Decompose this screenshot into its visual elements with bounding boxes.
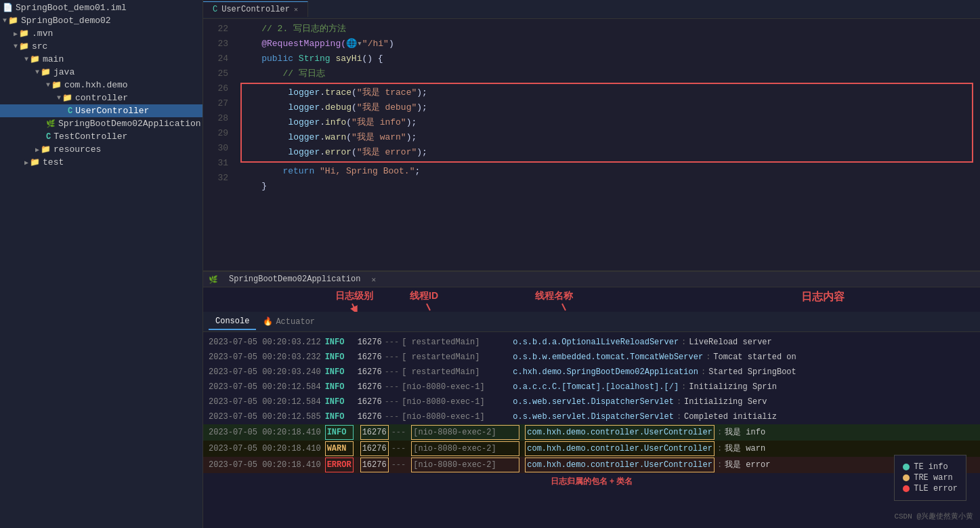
- svg-line-1: [427, 304, 430, 310]
- sidebar-item-springbootdemo02app[interactable]: 🌿 SpringBootDemo02Application: [0, 117, 203, 130]
- sidebar-item-main[interactable]: ▼ 📁 main: [0, 53, 203, 66]
- folder-icon: 📁: [30, 54, 40, 64]
- legend-row-info: TE info: [903, 462, 958, 472]
- sidebar-label: main: [43, 54, 64, 64]
- sidebar-label: test: [43, 157, 64, 167]
- annotation-thread-id: 线程ID: [410, 290, 438, 302]
- sidebar-item-test[interactable]: ▶ 📁 test: [0, 156, 203, 169]
- legend-row-error: TLE error: [903, 484, 958, 493]
- code-line-28: logger.info("我是 info");: [246, 115, 968, 130]
- warn-dot: [903, 474, 910, 481]
- sidebar-item-controller[interactable]: ▼ 📁 controller: [0, 92, 203, 104]
- annotation-log-content: 日志内容: [801, 290, 845, 304]
- console-tabs-row: Console 🔥 Actuator: [203, 312, 980, 332]
- sidebar-label: .mvn: [32, 28, 53, 39]
- code-line-22: // 2. 写日志的方法: [240, 22, 973, 37]
- code-text: // 2. 写日志的方法 @RequestMapping(🌐▾"/hi") pu…: [234, 19, 980, 270]
- sidebar-label: resources: [54, 144, 101, 155]
- chevron-right-icon: ▶: [35, 146, 39, 154]
- panel-title: SpringBootDemo02Application: [229, 275, 360, 284]
- folder-icon: 📁: [51, 80, 62, 90]
- log-line-highlight-info: 2023-07-05 00:20:18.410 INFO 16276 --- […: [203, 424, 980, 441]
- panel-header: 🌿 SpringBootDemo02Application ✕: [203, 272, 980, 287]
- chevron-down-icon: ▼: [35, 68, 39, 76]
- editor-tab-usercontroller[interactable]: C UserController ✕: [203, 1, 308, 17]
- code-line-24: public String sayHi() {: [240, 52, 973, 66]
- code-line-26: logger.trace("我是 trace");: [246, 85, 968, 100]
- error-dot: [903, 485, 910, 492]
- bottom-annotation: 日志归属的包名 + 类名: [203, 473, 980, 490]
- svg-line-0: [352, 304, 356, 310]
- highlighted-code-block: logger.trace("我是 trace"); logger.debug("…: [240, 83, 973, 163]
- log-line-highlight-warn: 2023-07-05 00:20:18.410 WARN 16276 --- […: [203, 441, 980, 457]
- sidebar-label: SpringBoot_demo02: [21, 16, 111, 26]
- chevron-down-icon: ▼: [46, 81, 50, 89]
- folder-icon: 📁: [19, 41, 29, 52]
- log-line-highlight-error: 2023-07-05 00:20:18.410 ERROR 16276 --- …: [203, 457, 980, 473]
- info-dot: [903, 464, 910, 470]
- console-content[interactable]: 2023-07-05 00:20:03.212 INFO 16276 --- […: [203, 332, 980, 528]
- arrows-svg: [203, 287, 980, 312]
- sidebar-item-iml[interactable]: 📄 SpringBoot_demo01.iml: [0, 1, 203, 14]
- sidebar-label: src: [32, 41, 47, 52]
- code-line-30: logger.error("我是 error");: [246, 145, 968, 160]
- sidebar-item-usercontroller[interactable]: C UserController: [0, 104, 203, 117]
- sidebar-item-src[interactable]: ▼ 📁 src: [0, 40, 203, 53]
- sidebar-item-testcontroller[interactable]: C TestController: [0, 130, 203, 143]
- sidebar-label: com.hxh.demo: [64, 80, 128, 90]
- sidebar-item-java[interactable]: ▼ 📁 java: [0, 66, 203, 79]
- sidebar-label: java: [54, 67, 74, 77]
- sidebar-label: TestController: [54, 131, 127, 142]
- main-area: 📄 SpringBoot_demo01.iml ▼ 📁 SpringBoot_d…: [0, 0, 980, 528]
- folder-icon: 📁: [41, 144, 51, 155]
- sidebar-item-resources[interactable]: ▶ 📁 resources: [0, 143, 203, 156]
- java-icon: C: [68, 106, 72, 116]
- code-line-29: logger.warn("我是 warn");: [246, 130, 968, 145]
- tab-console[interactable]: Console: [209, 314, 256, 330]
- log-line: 2023-07-05 00:20:12.584 INFO 16276 --- […: [203, 394, 980, 409]
- chevron-down-icon: ▼: [14, 43, 18, 50]
- sidebar-item-project[interactable]: ▼ 📁 SpringBoot_demo02: [0, 14, 203, 27]
- sidebar-label: SpringBoot_demo01.iml: [16, 3, 127, 13]
- tab-actuator[interactable]: 🔥 Actuator: [256, 314, 322, 329]
- annotation-log-level: 日志级别: [335, 290, 373, 302]
- log-line: 2023-07-05 00:20:03.240 INFO 16276 --- […: [203, 365, 980, 380]
- legend-label-info: TE info: [914, 462, 947, 472]
- log-line: 2023-07-05 00:20:12.585 INFO 16276 --- […: [203, 409, 980, 424]
- folder-icon: 📁: [19, 28, 29, 39]
- spring-icon: 🌿: [46, 119, 56, 128]
- chevron-right-icon: ▶: [14, 30, 18, 38]
- folder-icon: 📁: [62, 93, 72, 103]
- code-line-23: @RequestMapping(🌐▾"/hi"): [240, 37, 973, 52]
- sidebar-item-mvn[interactable]: ▶ 📁 .mvn: [0, 27, 203, 40]
- spring-leaf-icon: 🌿: [209, 275, 218, 284]
- annotation-row: 日志级别 线程ID 线程名称 日志内容: [203, 287, 980, 312]
- actuator-icon: 🔥: [263, 317, 273, 327]
- sidebar-label: controller: [75, 93, 128, 103]
- annotation-package-class: 日志归属的包名 + 类名: [551, 476, 633, 487]
- code-line-31: return "Hi, Spring Boot.";: [240, 164, 973, 179]
- folder-icon: 📁: [30, 157, 40, 167]
- close-icon[interactable]: ✕: [294, 5, 298, 14]
- code-line-27: logger.debug("我是 debug");: [246, 100, 968, 115]
- legend-box: TE info TRE warn TLE error: [894, 455, 966, 501]
- svg-line-2: [562, 304, 566, 310]
- editor-tab-bar: C UserController ✕: [203, 0, 980, 19]
- sidebar-label: SpringBootDemo02Application: [58, 119, 201, 129]
- log-line: 2023-07-05 00:20:03.232 INFO 16276 --- […: [203, 350, 980, 365]
- chevron-down-icon: ▼: [57, 94, 61, 102]
- file-icon: 📄: [3, 3, 13, 13]
- chevron-right-icon: ▶: [24, 159, 28, 167]
- sidebar: 📄 SpringBoot_demo01.iml ▼ 📁 SpringBoot_d…: [0, 0, 203, 528]
- chevron-down-icon: ▼: [24, 56, 28, 63]
- log-line: 2023-07-05 00:20:03.212 INFO 16276 --- […: [203, 335, 980, 350]
- java-icon: C: [213, 5, 217, 14]
- tab-label: UserController: [221, 5, 290, 14]
- bottom-panel: 🌿 SpringBootDemo02Application ✕ 日志级别 线程I…: [203, 270, 980, 528]
- sidebar-item-com-hxh-demo[interactable]: ▼ 📁 com.hxh.demo: [0, 79, 203, 92]
- editor-content: 22 23 24 25 26 27 28 29 30 31 32 // 2. 写…: [203, 19, 980, 270]
- close-icon[interactable]: ✕: [371, 275, 376, 284]
- folder-icon: 📁: [41, 67, 51, 77]
- log-line: 2023-07-05 00:20:12.584 INFO 16276 --- […: [203, 380, 980, 394]
- sidebar-label: UserController: [75, 106, 149, 116]
